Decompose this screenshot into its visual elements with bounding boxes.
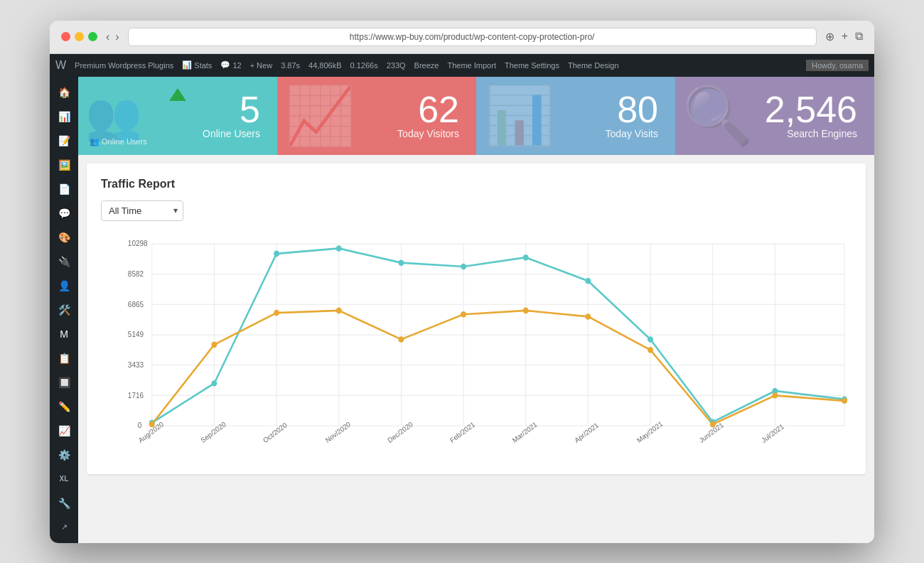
x-label-oct2020: Oct/2020 (262, 420, 289, 444)
sidebar-item-custom1[interactable]: 📋 (51, 348, 77, 368)
stats-menu-item[interactable]: 📊 Stats (182, 60, 212, 70)
time-filter: All Time Last 30 Days Last 7 Days Today (101, 200, 852, 221)
comments-menu-item[interactable]: 💬 12 (220, 60, 241, 70)
extensions-icon[interactable]: ⧉ (855, 30, 863, 43)
x-label-feb2021: Feb/2021 (448, 420, 476, 444)
today-visitors-label: Today Visitors (294, 128, 459, 139)
y-label-10298: 10298 (128, 239, 148, 247)
wp-sidebar: 🏠 📊 📝 🖼️ 📄 💬 🎨 🔌 👤 🛠️ M 📋 🔲 ✏️ 📈 ⚙️ XL 🔧… (50, 77, 78, 543)
maximize-button[interactable] (88, 32, 97, 41)
cyan-point-5 (398, 259, 404, 266)
sidebar-item-plugins[interactable]: 🔌 (51, 252, 77, 272)
stat-card-today-visitors: 📈 62 Today Visitors (277, 77, 476, 155)
time-period-select[interactable]: All Time Last 30 Days Last 7 Days Today (101, 200, 183, 221)
orange-point-9 (648, 347, 653, 353)
back-button[interactable]: ‹ (106, 31, 109, 43)
stat-card-online-users: 👥 5 Online Users 👥 Online Users (78, 77, 277, 155)
orange-point-6 (461, 311, 466, 317)
cyan-point-8 (585, 278, 591, 284)
traffic-chart: 10298 8582 6865 5149 3433 1716 0 (101, 232, 852, 460)
new-tab-icon[interactable]: + (842, 30, 848, 43)
sidebar-item-settings[interactable]: M (51, 324, 77, 344)
x-label-dec2020: Dec/2020 (386, 419, 414, 444)
wp-content: 👥 5 Online Users 👥 Online Users 📈 (78, 77, 874, 543)
address-bar[interactable]: https://www.wp-buy.com/product/wp-conten… (128, 28, 817, 46)
sidebar-item-comments[interactable]: 💬 (51, 203, 77, 223)
wp-main: 🏠 📊 📝 🖼️ 📄 💬 🎨 🔌 👤 🛠️ M 📋 🔲 ✏️ 📈 ⚙️ XL 🔧… (50, 77, 874, 543)
traffic-report-title: Traffic Report (101, 178, 852, 191)
theme-import-menu-item[interactable]: Theme Import (447, 61, 495, 70)
sidebar-item-gear[interactable]: ⚙️ (51, 445, 77, 465)
x-label-sep2020: Sep/2020 (199, 419, 227, 444)
orange-point-8 (585, 313, 591, 320)
x-label-mar2021: Mar/2021 (511, 420, 539, 444)
perf-meta1: 3.87s (281, 61, 300, 70)
y-label-5149: 5149 (128, 330, 144, 338)
sidebar-item-dashboard[interactable]: 🏠 (51, 82, 77, 102)
y-label-6865: 6865 (128, 300, 144, 308)
browser-actions: ⊕ + ⧉ (825, 30, 863, 43)
site-name[interactable]: Premium Wordpress Plugins (75, 61, 173, 70)
close-button[interactable] (61, 32, 70, 41)
sidebar-item-custom2[interactable]: 🔲 (51, 372, 77, 392)
today-visits-label: Today Visits (493, 128, 658, 139)
sidebar-item-wrench[interactable]: 🔧 (51, 493, 77, 513)
perf-meta2: 44,806kB (308, 61, 341, 70)
x-label-nov2020: Nov/2020 (324, 419, 353, 444)
x-label-apr2021: Apr/2021 (573, 421, 600, 444)
cyan-point-4 (336, 245, 342, 252)
x-label-may2021: May/2021 (635, 419, 664, 444)
stats-cards: 👥 5 Online Users 👥 Online Users 📈 (78, 77, 874, 155)
nav-arrows: ‹ › (106, 31, 119, 43)
forward-button[interactable]: › (115, 31, 119, 43)
wp-admin: W Premium Wordpress Plugins 📊 Stats 💬 12… (50, 54, 874, 543)
y-label-0: 0 (138, 421, 142, 429)
orange-point-7 (523, 307, 529, 313)
cyan-point-6 (461, 263, 466, 269)
sidebar-item-link[interactable]: ↗ (51, 518, 77, 537)
theme-design-menu-item[interactable]: Theme Design (568, 61, 619, 70)
sidebar-item-stats[interactable]: 📊 (51, 107, 77, 127)
orange-point-12 (842, 397, 847, 404)
topbar-right: Howdy, osama (806, 60, 869, 71)
wp-logo: W (55, 59, 66, 72)
orange-point-3 (274, 309, 279, 316)
cyan-point-2 (211, 380, 217, 387)
arrow-indicator (169, 88, 186, 101)
theme-settings-menu-item[interactable]: Theme Settings (505, 61, 559, 70)
stat-card-search-engines: 🔍 2,546 Search Engines (675, 77, 874, 155)
minimize-button[interactable] (75, 32, 84, 41)
sidebar-item-tools[interactable]: 🛠️ (51, 300, 77, 320)
y-label-8582: 8582 (128, 269, 144, 277)
cyan-point-7 (523, 254, 529, 260)
sidebar-item-analytics[interactable]: 📈 (51, 421, 77, 441)
howdy-menu[interactable]: Howdy, osama (806, 60, 869, 71)
theme1-menu-item[interactable]: Breeze (414, 61, 439, 70)
orange-point-11 (772, 392, 778, 399)
perf-meta3: 0.1266s (350, 61, 378, 70)
orange-point-2 (211, 341, 217, 348)
sidebar-item-users[interactable]: 👤 (51, 276, 77, 296)
orange-point-5 (398, 336, 404, 343)
sidebar-item-pages[interactable]: 📄 (51, 179, 77, 199)
sidebar-item-posts[interactable]: 📝 (51, 131, 77, 151)
download-icon[interactable]: ⊕ (825, 30, 834, 43)
sidebar-item-xl[interactable]: XL (51, 469, 77, 489)
sidebar-item-media[interactable]: 🖼️ (51, 155, 77, 175)
stat-card-today-visits: 📊 80 Today Visits (476, 77, 675, 155)
chart-svg: 10298 8582 6865 5149 3433 1716 0 (101, 232, 852, 460)
new-menu-item[interactable]: + New (250, 61, 273, 70)
time-select-wrapper: All Time Last 30 Days Last 7 Days Today (101, 200, 183, 221)
y-label-3433: 3433 (128, 360, 144, 368)
sidebar-item-edit[interactable]: ✏️ (51, 397, 77, 417)
cyan-point-3 (274, 250, 279, 257)
search-engines-label: Search Engines (692, 128, 857, 139)
browser-window: ‹ › https://www.wp-buy.com/product/wp-co… (50, 21, 874, 543)
perf-meta4: 233Q (387, 61, 406, 70)
browser-titlebar: ‹ › https://www.wp-buy.com/product/wp-co… (50, 21, 874, 54)
wp-topbar: W Premium Wordpress Plugins 📊 Stats 💬 12… (50, 54, 874, 77)
sidebar-item-appearance[interactable]: 🎨 (51, 227, 77, 247)
orange-point-4 (336, 307, 342, 313)
traffic-lights (61, 32, 97, 41)
y-label-1716: 1716 (128, 391, 144, 399)
